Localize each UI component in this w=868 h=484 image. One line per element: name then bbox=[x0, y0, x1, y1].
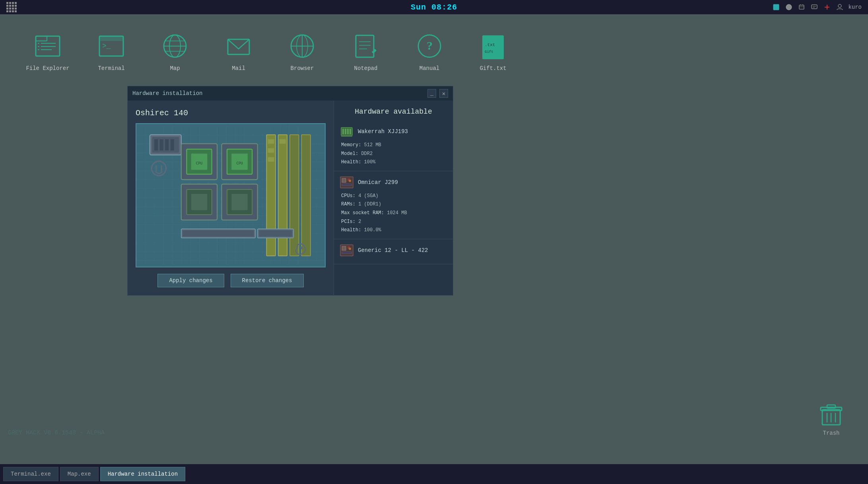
browser-label: Browser bbox=[291, 65, 314, 72]
svg-point-90 bbox=[349, 180, 351, 182]
generic-name: Generic 12 - LL - 422 bbox=[358, 247, 428, 254]
gift-label: Gift.txt bbox=[480, 65, 506, 72]
svg-rect-63 bbox=[191, 194, 208, 210]
topbar-right: kuro bbox=[772, 3, 862, 12]
ram-icon bbox=[340, 124, 354, 139]
apply-changes-button[interactable]: Apply changes bbox=[157, 274, 224, 287]
hw-available-title: Hardware available bbox=[334, 101, 453, 120]
restore-changes-button[interactable]: Restore changes bbox=[231, 274, 304, 287]
minimize-button[interactable]: _ bbox=[427, 89, 436, 98]
motherboard-canvas[interactable]: CPU CPU bbox=[136, 123, 326, 267]
apps-grid-icon[interactable] bbox=[6, 2, 17, 12]
hw-left-panel: Oshirec 140 bbox=[128, 101, 334, 295]
svg-rect-70 bbox=[301, 135, 311, 256]
omnicar-name: Omnicar J299 bbox=[358, 179, 398, 186]
map-label: Map bbox=[170, 65, 180, 72]
taskbar-item-map[interactable]: Map.exe bbox=[60, 467, 99, 481]
svg-point-11 bbox=[838, 4, 841, 8]
svg-rect-98 bbox=[827, 405, 835, 408]
desktop: File Explorer >_ Terminal bbox=[0, 14, 868, 464]
tray-icon-user[interactable] bbox=[835, 3, 844, 12]
svg-rect-81 bbox=[342, 129, 344, 134]
taskbar-item-hardware[interactable]: Hardware installation bbox=[100, 467, 185, 481]
hw-item-omnicar[interactable]: Omnicar J299 CPUs: 4 (SGA) RAMs: 1 (DDR1… bbox=[334, 171, 453, 239]
desktop-icons: File Explorer >_ Terminal bbox=[0, 14, 868, 76]
svg-rect-49 bbox=[171, 139, 174, 150]
tray-icon-1[interactable] bbox=[772, 3, 781, 12]
wakerrah-name: Wakerrah XJJ193 bbox=[358, 128, 408, 135]
svg-text:CPU: CPU bbox=[196, 161, 202, 165]
svg-rect-13 bbox=[36, 36, 47, 41]
svg-text:?: ? bbox=[427, 39, 433, 52]
version-text: GREY HACK V0.6.1548 - ALPHA bbox=[8, 430, 105, 436]
username: kuro bbox=[848, 4, 862, 10]
desktop-icon-terminal[interactable]: >_ Terminal bbox=[80, 26, 143, 76]
hardware-window: Hardware installation _ ✕ Oshirec 140 bbox=[127, 86, 453, 296]
gift-icon: .txt Gift bbox=[477, 30, 509, 62]
manual-label: Manual bbox=[419, 65, 439, 72]
hw-item-wakerrah[interactable]: Wakerrah XJJ193 Memory: 512 MB Model: DD… bbox=[334, 120, 453, 171]
terminal-icon: >_ bbox=[95, 30, 127, 62]
tray-icon-3[interactable] bbox=[797, 3, 806, 12]
browser-icon bbox=[286, 30, 318, 62]
desktop-icon-mail[interactable]: Mail bbox=[207, 26, 270, 76]
desktop-icon-gift[interactable]: .txt Gift Gift.txt bbox=[461, 26, 525, 76]
desktop-icon-manual[interactable]: ? Manual bbox=[398, 26, 461, 76]
trash-label: Trash bbox=[823, 430, 839, 436]
hw-titlebar-title: Hardware installation bbox=[132, 90, 202, 97]
svg-rect-66 bbox=[231, 194, 248, 210]
hw-buttons: Apply changes Restore changes bbox=[136, 274, 326, 287]
clock: Sun 08:26 bbox=[411, 3, 457, 12]
notepad-label: Notepad bbox=[354, 65, 378, 72]
tray-icon-plus[interactable] bbox=[823, 3, 831, 12]
hw-content: Oshirec 140 bbox=[128, 101, 453, 295]
svg-text:>_: >_ bbox=[102, 42, 111, 50]
svg-rect-82 bbox=[345, 129, 346, 134]
hw-item-generic[interactable]: Generic 12 - LL - 422 bbox=[334, 239, 453, 264]
svg-rect-71 bbox=[268, 139, 274, 143]
desktop-icon-notepad[interactable]: Notepad bbox=[334, 26, 398, 76]
svg-rect-2 bbox=[799, 5, 804, 9]
svg-text:Gift: Gift bbox=[485, 50, 493, 54]
svg-rect-92 bbox=[342, 246, 346, 250]
taskbar-item-terminal[interactable]: Terminal.exe bbox=[3, 467, 58, 481]
svg-rect-47 bbox=[160, 139, 163, 150]
tray-icon-chat[interactable] bbox=[810, 3, 819, 12]
hw-titlebar-controls: _ ✕ bbox=[427, 89, 448, 98]
wakerrah-details: Memory: 512 MB Model: DDR2 Health: 100% bbox=[340, 141, 447, 167]
topbar: Sun 08:26 bbox=[0, 0, 868, 14]
svg-text:CPU: CPU bbox=[236, 161, 243, 165]
svg-rect-85 bbox=[341, 135, 352, 137]
desktop-icon-file-explorer[interactable]: File Explorer bbox=[16, 26, 80, 76]
tray-icon-2[interactable] bbox=[785, 3, 793, 12]
file-explorer-label: File Explorer bbox=[26, 65, 69, 72]
svg-rect-78 bbox=[259, 230, 292, 237]
svg-point-79 bbox=[300, 246, 303, 249]
motherboard-icon-2 bbox=[340, 243, 354, 257]
manual-icon: ? bbox=[414, 30, 445, 62]
hw-titlebar[interactable]: Hardware installation _ ✕ bbox=[128, 86, 453, 101]
svg-rect-21 bbox=[99, 36, 123, 41]
close-button[interactable]: ✕ bbox=[439, 89, 448, 98]
svg-rect-39 bbox=[482, 35, 504, 59]
svg-point-95 bbox=[349, 248, 351, 250]
map-icon bbox=[159, 30, 191, 62]
mail-icon bbox=[223, 30, 254, 62]
file-explorer-icon bbox=[32, 30, 64, 62]
hw-item-generic-header: Generic 12 - LL - 422 bbox=[340, 243, 447, 257]
topbar-left bbox=[6, 2, 17, 12]
svg-text:.txt: .txt bbox=[485, 43, 495, 47]
trash-icon[interactable]: Trash bbox=[818, 402, 844, 436]
computer-name: Oshirec 140 bbox=[136, 108, 326, 118]
svg-rect-73 bbox=[268, 157, 274, 162]
notepad-icon bbox=[350, 30, 382, 62]
omnicar-details: CPUs: 4 (SGA) RAMs: 1 (DDR1) Max socket … bbox=[340, 192, 447, 235]
svg-rect-74 bbox=[280, 139, 286, 143]
desktop-icon-map[interactable]: Map bbox=[143, 26, 207, 76]
desktop-icon-browser[interactable]: Browser bbox=[270, 26, 334, 76]
svg-rect-33 bbox=[356, 35, 374, 57]
svg-rect-89 bbox=[342, 184, 351, 186]
svg-rect-87 bbox=[342, 178, 346, 182]
svg-rect-6 bbox=[812, 5, 817, 9]
svg-rect-48 bbox=[165, 139, 169, 150]
